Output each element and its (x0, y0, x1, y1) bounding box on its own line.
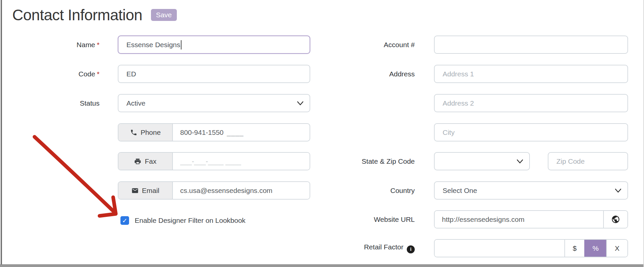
email-addon-label: Email (142, 187, 160, 195)
chevron-down-icon (517, 159, 523, 163)
state-zip-row: State & Zip Code (332, 152, 628, 170)
info-icon: i (407, 245, 415, 253)
name-input[interactable]: Essense Designs (118, 36, 310, 54)
website-label: Website URL (332, 216, 415, 223)
address2-input[interactable] (434, 94, 628, 112)
website-input[interactable] (435, 211, 603, 228)
email-row: Email (0, 181, 310, 200)
phone-icon (130, 129, 137, 136)
status-select[interactable]: Active (118, 94, 310, 112)
lookbook-checkbox-label: Enable Designer Filter on Lookbook (135, 217, 246, 224)
account-label: Account # (332, 41, 415, 49)
name-row: Name* Essense Designs (0, 36, 310, 54)
address-label: Address (332, 70, 415, 78)
address1-input[interactable] (434, 65, 628, 83)
zip-code-input[interactable] (548, 152, 628, 170)
account-row: Account # (332, 36, 628, 54)
chevron-down-icon (615, 188, 621, 193)
lookbook-checkbox-row[interactable]: ✓ Enable Designer Filter on Lookbook (120, 216, 246, 225)
lookbook-checkbox[interactable]: ✓ (120, 216, 129, 225)
fax-input[interactable] (173, 153, 310, 170)
required-asterisk: * (97, 70, 100, 78)
phone-addon: Phone (118, 124, 173, 141)
city-row (332, 123, 628, 141)
check-icon: ✓ (122, 217, 127, 224)
horizontal-scrollbar[interactable] (0, 264, 644, 267)
retail-factor-input[interactable] (435, 240, 564, 257)
chevron-down-icon (297, 101, 304, 105)
globe-button[interactable] (603, 211, 627, 228)
email-addon: Email (118, 182, 173, 199)
printer-icon (134, 158, 141, 165)
window-left-edge (1, 0, 2, 267)
code-input[interactable] (118, 65, 310, 83)
country-label: Country (332, 187, 415, 195)
address1-row: Address (332, 65, 628, 83)
status-row: Status Active (0, 94, 310, 112)
phone-addon-label: Phone (141, 129, 161, 136)
retail-factor-row: Retail Factori $ % X (332, 239, 628, 257)
code-row: Code* (0, 65, 310, 83)
country-row: Country Select One (332, 181, 628, 200)
globe-icon (611, 215, 620, 224)
envelope-icon (131, 187, 139, 194)
state-zip-label: State & Zip Code (332, 157, 415, 165)
retail-factor-label: Retail Factori (332, 243, 415, 253)
save-button[interactable]: Save (151, 9, 177, 21)
website-row: Website URL (332, 210, 628, 228)
name-label: Name* (0, 41, 100, 49)
code-label: Code* (0, 70, 100, 78)
state-select[interactable] (434, 152, 530, 170)
country-select[interactable]: Select One (434, 181, 628, 200)
contact-information-page: Contact Information Save Name* Essense D… (0, 0, 644, 267)
header: Contact Information Save (12, 6, 177, 24)
city-input[interactable] (434, 123, 628, 141)
status-label: Status (0, 99, 100, 107)
fax-row: Fax (0, 152, 310, 170)
unit-dollar-button[interactable]: $ (564, 240, 584, 257)
unit-percent-button[interactable]: % (584, 240, 606, 257)
required-asterisk: * (97, 41, 100, 48)
account-input[interactable] (434, 36, 628, 54)
phone-mask-suffix: ____ (227, 129, 244, 136)
unit-clear-button[interactable]: X (606, 240, 627, 257)
email-input[interactable] (173, 182, 310, 199)
fax-addon: Fax (118, 153, 173, 170)
address2-row (332, 94, 628, 112)
page-title: Contact Information (12, 6, 142, 24)
text-cursor (181, 40, 181, 49)
fax-addon-label: Fax (145, 157, 156, 165)
phone-row: Phone 800-941-1550 ____ (0, 123, 310, 141)
phone-input[interactable]: 800-941-1550 ____ (173, 124, 310, 141)
